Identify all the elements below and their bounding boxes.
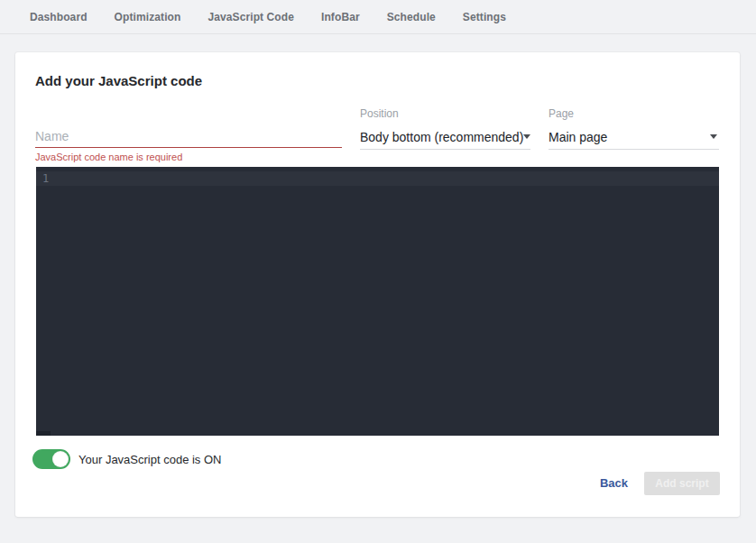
name-required-error: JavaScript code name is required — [35, 152, 182, 162]
toggle-knob — [52, 451, 69, 467]
page-select-value: Main page — [549, 130, 607, 144]
footer-actions: Back Add script — [591, 471, 720, 495]
toggle-label: Your JavaScript code is ON — [78, 453, 221, 466]
nav-item-javascript-code[interactable]: JavaScript Code — [207, 11, 294, 23]
page-select[interactable]: Main page — [549, 124, 719, 150]
position-label: Position — [360, 107, 399, 120]
position-select[interactable]: Body bottom (recommended) — [360, 124, 530, 150]
editor-line-number: 1 — [42, 172, 49, 185]
editor-active-line — [36, 171, 719, 186]
script-name-input[interactable] — [35, 124, 342, 148]
page-title: Add your JavaScript code — [35, 73, 202, 88]
nav-item-dashboard[interactable]: Dashboard — [30, 11, 88, 23]
top-navigation: Dashboard Optimization JavaScript Code I… — [0, 0, 756, 34]
page-label: Page — [549, 107, 574, 120]
nav-item-infobar[interactable]: InfoBar — [321, 11, 360, 23]
toggle-row: Your JavaScript code is ON — [32, 449, 221, 469]
chevron-down-icon — [523, 134, 530, 139]
js-code-on-toggle[interactable] — [32, 449, 70, 469]
position-select-value: Body bottom (recommended) — [360, 130, 523, 144]
add-script-button[interactable]: Add script — [644, 472, 720, 495]
nav-item-settings[interactable]: Settings — [463, 11, 506, 23]
code-editor[interactable]: 1 — [36, 167, 719, 436]
add-javascript-code-panel: Add your JavaScript code JavaScript code… — [15, 52, 740, 517]
nav-item-schedule[interactable]: Schedule — [387, 11, 436, 23]
nav-item-optimization[interactable]: Optimization — [115, 11, 181, 23]
chevron-down-icon — [710, 134, 717, 139]
back-button[interactable]: Back — [591, 471, 637, 495]
editor-scrollbar[interactable] — [36, 431, 51, 436]
